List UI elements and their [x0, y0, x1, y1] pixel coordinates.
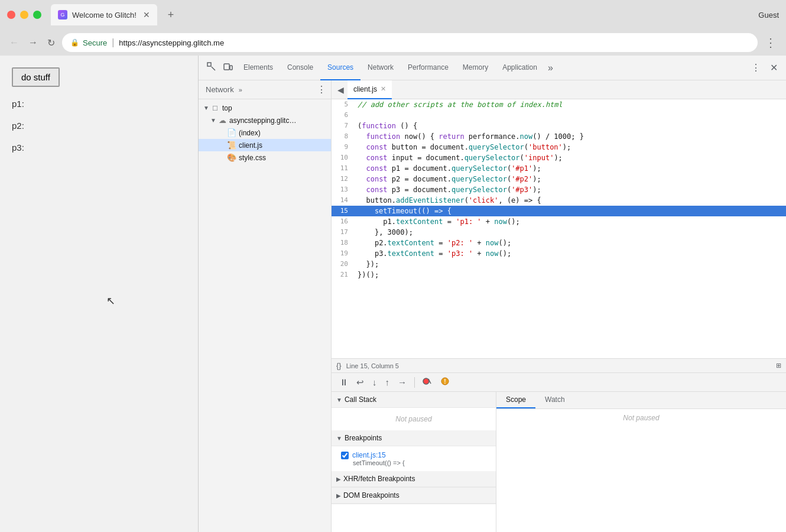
- scope-tab[interactable]: Scope: [496, 392, 535, 408]
- tab-performance[interactable]: Performance: [401, 56, 456, 80]
- debug-toolbar: ⏸ ↩ ↓ ↑ → !: [332, 373, 786, 392]
- console-toggle-icon[interactable]: ⊞: [776, 362, 781, 369]
- call-stack-body: Not paused: [332, 408, 496, 430]
- breakpoints-body: client.js:15 setTimeout(() => {: [332, 446, 496, 471]
- deactivate-breakpoints-button[interactable]: [420, 375, 435, 389]
- forward-button[interactable]: →: [26, 35, 40, 50]
- do-stuff-button[interactable]: do stuff: [12, 67, 60, 87]
- code-tab-clientjs[interactable]: client.js ✕: [347, 80, 392, 99]
- browser-menu-button[interactable]: ⋮: [762, 33, 779, 52]
- code-line: 18 p2.textContent = 'p2: ' + now();: [332, 238, 786, 248]
- settings-icon[interactable]: ⋮: [748, 60, 764, 76]
- code-line: 8 function now() { return performance.no…: [332, 131, 786, 142]
- code-editor[interactable]: 5 // add other scripts at the bottom of …: [332, 99, 786, 358]
- watch-scope-tabs: Scope Watch: [496, 392, 786, 409]
- reload-button[interactable]: ↻: [45, 35, 57, 51]
- tree-label-stylecss: style.css: [239, 154, 266, 162]
- debug-panel: ⏸ ↩ ↓ ↑ → !: [332, 372, 786, 532]
- tab-network[interactable]: Network: [360, 56, 401, 80]
- tab-elements[interactable]: Elements: [236, 56, 280, 80]
- code-line: 16 p1.textContent = 'p1: ' + now();: [332, 216, 786, 227]
- tab-bar: G Welcome to Glitch! ✕ +: [51, 4, 758, 25]
- svg-rect-2: [230, 66, 232, 70]
- step-into-button[interactable]: ↓: [369, 375, 380, 389]
- p3-label: p3:: [12, 142, 186, 153]
- watch-tab[interactable]: Watch: [535, 392, 574, 408]
- browser-chrome: G Welcome to Glitch! ✕ + Guest ← → ↻ 🔒 S…: [0, 0, 786, 56]
- more-tabs-button[interactable]: »: [544, 60, 557, 76]
- breakpoint-checkbox[interactable]: [341, 452, 349, 459]
- svg-rect-0: [207, 63, 211, 66]
- tree-item-clientjs[interactable]: 📜 client.js: [199, 139, 331, 151]
- collapse-panel-button[interactable]: ◀: [334, 84, 347, 96]
- browser-tab[interactable]: G Welcome to Glitch! ✕: [51, 4, 157, 25]
- element-selector-icon[interactable]: [203, 60, 220, 76]
- sources-menu-icon[interactable]: ⋮: [317, 84, 326, 95]
- breakpoint-file: client.js:15: [352, 451, 386, 459]
- breakpoints-arrow-icon: ▼: [336, 435, 342, 442]
- tree-item-stylecss[interactable]: 🎨 style.css: [199, 151, 331, 164]
- pretty-print-icon[interactable]: {}: [336, 361, 342, 370]
- xhr-breakpoints-header[interactable]: ▶ XHR/fetch Breakpoints: [332, 471, 496, 487]
- step-over-button[interactable]: ↩: [353, 375, 367, 390]
- code-panel: ◀ client.js ✕ 5 // add other scripts at …: [332, 80, 786, 532]
- debug-body: ▼ Call Stack Not paused ▼ Breakpoints: [332, 392, 786, 532]
- svg-rect-1: [224, 64, 229, 70]
- code-line: 6: [332, 110, 786, 121]
- page-content: do stuff p1: p2: p3: ↖: [0, 56, 198, 532]
- tab-console[interactable]: Console: [280, 56, 320, 80]
- call-stack-arrow-icon: ▼: [336, 397, 342, 403]
- xhr-section: ▶ XHR/fetch Breakpoints: [332, 471, 496, 488]
- tree-item-top[interactable]: ▼ □ top: [199, 102, 331, 114]
- call-stack-title: Call Stack: [345, 395, 376, 404]
- tree-item-domain[interactable]: ▼ ☁ asyncstepping.glitc…: [199, 114, 331, 126]
- file-tree: ▼ □ top ▼ ☁ asyncstepping.glitc… 📄 (: [199, 99, 331, 532]
- maximize-button[interactable]: [33, 11, 41, 19]
- new-tab-button[interactable]: +: [162, 6, 180, 24]
- xhr-arrow-icon: ▶: [336, 476, 341, 482]
- tab-memory[interactable]: Memory: [456, 56, 495, 80]
- code-line: 19 p3.textContent = 'p3: ' + now();: [332, 248, 786, 259]
- sources-network-label: Network: [203, 84, 236, 95]
- cloud-icon: ☁: [217, 116, 227, 125]
- device-toggle-icon[interactable]: [220, 60, 236, 76]
- step-button[interactable]: →: [395, 375, 410, 389]
- mouse-cursor-icon: ↖: [106, 294, 115, 307]
- dom-breakpoints-header[interactable]: ▶ DOM Breakpoints: [332, 488, 496, 504]
- back-button[interactable]: ←: [7, 35, 21, 50]
- devtools-panel: Elements Console Sources Network Perform…: [198, 56, 786, 532]
- tab-sources[interactable]: Sources: [320, 56, 360, 80]
- tab-close-icon[interactable]: ✕: [143, 10, 150, 20]
- dom-section: ▶ DOM Breakpoints: [332, 488, 496, 504]
- code-line: 21 })();: [332, 270, 786, 280]
- pause-button[interactable]: ⏸: [336, 375, 351, 389]
- minimize-button[interactable]: [20, 11, 28, 19]
- close-devtools-icon[interactable]: ✕: [766, 60, 781, 76]
- css-file-icon: 🎨: [227, 153, 236, 162]
- secure-icon: 🔒: [70, 38, 79, 47]
- tree-label-top: top: [222, 104, 232, 112]
- js-file-icon: 📜: [227, 141, 236, 150]
- code-line: 5 // add other scripts at the bottom of …: [332, 99, 786, 110]
- p1-label: p1:: [12, 99, 186, 109]
- devtools-body: Network » ⋮ ▼ □ top ▼ ☁ a: [199, 80, 786, 532]
- code-line: 12 const p2 = document.querySelector('#p…: [332, 174, 786, 184]
- tab-application[interactable]: Application: [495, 56, 544, 80]
- dom-breakpoints-title: DOM Breakpoints: [343, 491, 400, 499]
- code-line-highlighted: 15 setTimeout(() => {: [332, 206, 786, 216]
- close-button[interactable]: [7, 11, 15, 19]
- call-stack-section-header[interactable]: ▼ Call Stack: [332, 392, 496, 408]
- p2-label: p2:: [12, 121, 186, 131]
- breakpoints-section-header[interactable]: ▼ Breakpoints: [332, 430, 496, 446]
- code-statusbar: {} Line 15, Column 5 ⊞: [332, 358, 786, 372]
- step-out-button[interactable]: ↑: [382, 375, 393, 389]
- code-tab-close-icon[interactable]: ✕: [381, 85, 386, 93]
- folder-icon: □: [210, 103, 220, 112]
- code-line: 14 button.addEventListener('click', (e) …: [332, 195, 786, 206]
- toolbar-separator: [414, 377, 415, 388]
- url-bar[interactable]: 🔒 Secure | https://asyncstepping.glitch.…: [62, 33, 758, 52]
- pause-on-exception-button[interactable]: !: [437, 375, 453, 389]
- sources-more-button[interactable]: »: [239, 86, 242, 93]
- tree-item-index[interactable]: 📄 (index): [199, 126, 331, 139]
- dom-arrow-icon: ▶: [336, 492, 341, 499]
